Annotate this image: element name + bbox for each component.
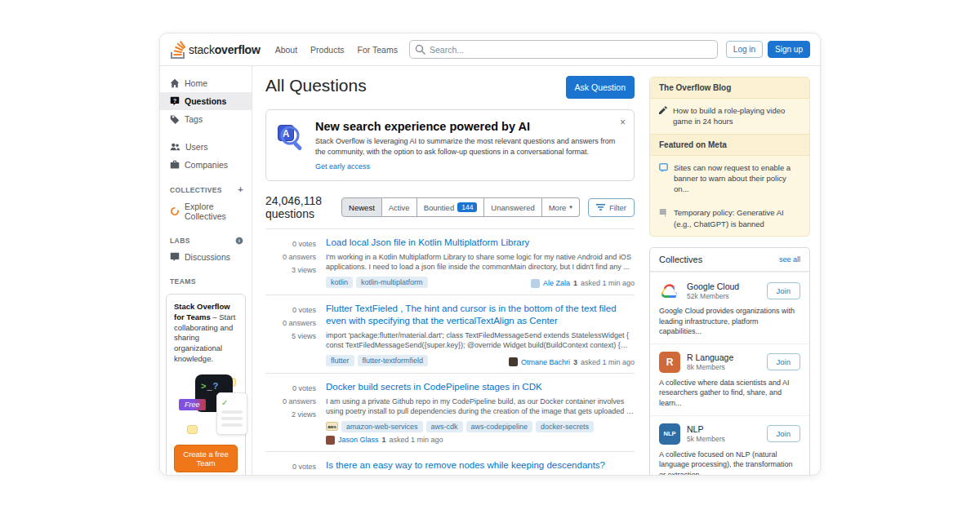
page-title: All Questions bbox=[265, 76, 367, 95]
user-avatar[interactable] bbox=[531, 279, 540, 288]
asked-time: asked 1 min ago bbox=[390, 436, 443, 444]
asked-time: asked 1 min ago bbox=[581, 358, 635, 366]
tag[interactable]: kotlin bbox=[326, 277, 353, 288]
sidebar-item-companies[interactable]: Companies bbox=[160, 156, 252, 174]
user-avatar[interactable] bbox=[326, 436, 335, 445]
svg-text:?: ? bbox=[173, 98, 176, 104]
question-excerpt: import 'package:flutter/material.dart'; … bbox=[326, 330, 635, 351]
question-excerpt: I've got a graph with some nodes I'd lik… bbox=[326, 474, 635, 476]
user-link[interactable]: Jason Glass bbox=[338, 436, 379, 444]
stackoverflow-logo[interactable]: stackoverflow bbox=[170, 41, 261, 59]
question-answers: 0 answers bbox=[265, 250, 316, 264]
question-tags: aws amazon-web-servicesaws-cdkaws-codepi… bbox=[326, 421, 594, 432]
question-title-link[interactable]: Load local Json file in Kotlin Multiplat… bbox=[326, 237, 635, 250]
user-avatar[interactable] bbox=[509, 357, 518, 366]
filter-icon bbox=[596, 203, 605, 211]
teams-promo-card: Stack Overflow for Teams – Start collabo… bbox=[166, 294, 246, 476]
tag[interactable]: flutter-textformfield bbox=[358, 355, 429, 366]
top-nav: stackoverflow About Products For Teams L… bbox=[160, 33, 820, 66]
sidebar-item-questions[interactable]: ? Questions bbox=[160, 92, 252, 110]
ask-question-button[interactable]: Ask Question bbox=[566, 76, 635, 99]
get-early-access-link[interactable]: Get early access bbox=[315, 162, 370, 171]
sidebar-item-label: Discussions bbox=[185, 252, 230, 262]
login-button[interactable]: Log in bbox=[726, 41, 763, 58]
tab-unanswered[interactable]: Unanswered bbox=[484, 197, 541, 217]
question-attribution: Otmane Bachri 3 asked 1 min ago bbox=[509, 357, 635, 366]
filter-button[interactable]: Filter bbox=[588, 198, 635, 217]
tag[interactable]: docker-secrets bbox=[536, 421, 594, 432]
tag[interactable]: amazon-web-services bbox=[341, 421, 423, 432]
question-votes: 0 votes bbox=[265, 237, 316, 250]
tag[interactable]: flutter bbox=[326, 355, 354, 366]
question-title-link[interactable]: Docker build secrets in CodePipeline sta… bbox=[326, 381, 635, 394]
chat-bubble-icon bbox=[187, 425, 198, 434]
logo-text: stackoverflow bbox=[189, 43, 261, 56]
tab-active[interactable]: Active bbox=[382, 197, 417, 217]
info-icon[interactable]: i bbox=[235, 237, 243, 245]
collective-item: NLP NLP 5k Members Join A collective foc… bbox=[650, 415, 809, 476]
question-votes: 0 votes bbox=[265, 304, 316, 317]
create-free-team-button[interactable]: Create a free Team bbox=[174, 445, 238, 472]
question-votes: 0 votes bbox=[265, 382, 316, 395]
join-button[interactable]: Join bbox=[767, 282, 800, 299]
question-row: 0 votes 0 answers 2 views Docker build s… bbox=[265, 373, 635, 451]
tab-more[interactable]: More▾ bbox=[542, 197, 580, 217]
sidebar-item-discussions[interactable]: Discussions bbox=[160, 248, 252, 266]
pencil-icon bbox=[659, 106, 667, 114]
nav-link-products[interactable]: Products bbox=[310, 45, 344, 55]
close-icon[interactable]: × bbox=[620, 117, 626, 128]
stackoverflow-window: stackoverflow About Products For Teams L… bbox=[159, 33, 821, 476]
question-row: 0 votes 0 answers 6 views Is there an ea… bbox=[265, 451, 635, 476]
collective-name[interactable]: R Language bbox=[687, 352, 733, 363]
tab-newest[interactable]: Newest bbox=[341, 197, 382, 217]
join-button[interactable]: Join bbox=[767, 353, 800, 370]
meta-item[interactable]: Temporary policy: Generative AI (e.g., C… bbox=[650, 201, 809, 236]
main-content: All Questions Ask Question A New search … bbox=[252, 66, 643, 475]
question-answers: 0 answers bbox=[265, 395, 316, 408]
collective-members: 52k Members bbox=[687, 292, 739, 300]
question-title-link[interactable]: Flutter TextFieled , The hint and cursor… bbox=[326, 303, 635, 328]
collective-name[interactable]: NLP bbox=[687, 424, 725, 435]
question-list: 0 votes 0 answers 3 views Load local Jso… bbox=[265, 228, 635, 476]
question-stats: 0 votes 0 answers 5 views bbox=[265, 303, 316, 366]
tags-icon bbox=[170, 114, 180, 124]
sidebar-item-label: Questions bbox=[185, 96, 226, 106]
banner-body: Stack Overflow is leveraging AI to summa… bbox=[315, 136, 624, 157]
collective-name[interactable]: Google Cloud bbox=[687, 281, 739, 292]
tab-bountied[interactable]: Bountied144 bbox=[417, 197, 485, 217]
users-icon bbox=[170, 142, 180, 152]
blog-header: The Overflow Blog bbox=[650, 78, 809, 99]
right-sidebar: The Overflow Blog How to build a role-pl… bbox=[643, 66, 820, 475]
question-answers: 0 answers bbox=[265, 473, 316, 476]
nav-link-for-teams[interactable]: For Teams bbox=[358, 45, 398, 55]
meta-item[interactable]: Sites can now request to enable a banner… bbox=[650, 156, 809, 202]
search-input[interactable] bbox=[409, 40, 718, 59]
user-link[interactable]: Ale Zala bbox=[543, 279, 570, 287]
tag[interactable]: kotlin-multiplatform bbox=[356, 277, 428, 288]
search-bar bbox=[409, 40, 718, 59]
question-views: 3 views bbox=[265, 264, 316, 277]
sidebar-item-home[interactable]: Home bbox=[160, 74, 252, 92]
question-votes: 0 votes bbox=[265, 460, 316, 473]
nav-link-about[interactable]: About bbox=[275, 45, 297, 55]
stackoverflow-logo-icon bbox=[170, 41, 185, 59]
collective-members: 5k Members bbox=[687, 435, 725, 443]
add-collective-icon[interactable]: + bbox=[238, 185, 243, 194]
sidebar-item-explore-collectives[interactable]: Explore Collectives bbox=[160, 197, 252, 225]
teams-section-header: TEAMS bbox=[160, 274, 252, 289]
sidebar-item-tags[interactable]: Tags bbox=[160, 110, 252, 128]
search-icon bbox=[415, 44, 425, 55]
user-link[interactable]: Otmane Bachri bbox=[521, 358, 570, 366]
signup-button[interactable]: Sign up bbox=[768, 41, 810, 58]
tag[interactable]: aws-codepipeline bbox=[466, 421, 533, 432]
join-button[interactable]: Join bbox=[767, 425, 800, 442]
ai-search-icon: A bbox=[278, 125, 305, 153]
tag[interactable]: aws-cdk bbox=[426, 421, 463, 432]
sidebar-item-users[interactable]: Users bbox=[160, 138, 252, 156]
see-all-link[interactable]: see all bbox=[779, 255, 800, 264]
blog-item[interactable]: How to build a role-playing video game i… bbox=[650, 99, 809, 134]
collective-item: R R Language 8k Members Join A collectiv… bbox=[650, 343, 809, 415]
user-reputation: 3 bbox=[573, 358, 577, 366]
question-title-link[interactable]: Is there an easy way to remove nodes whi… bbox=[326, 459, 635, 472]
left-sidebar: Home ? Questions Tags Users Companies CO… bbox=[160, 66, 252, 475]
